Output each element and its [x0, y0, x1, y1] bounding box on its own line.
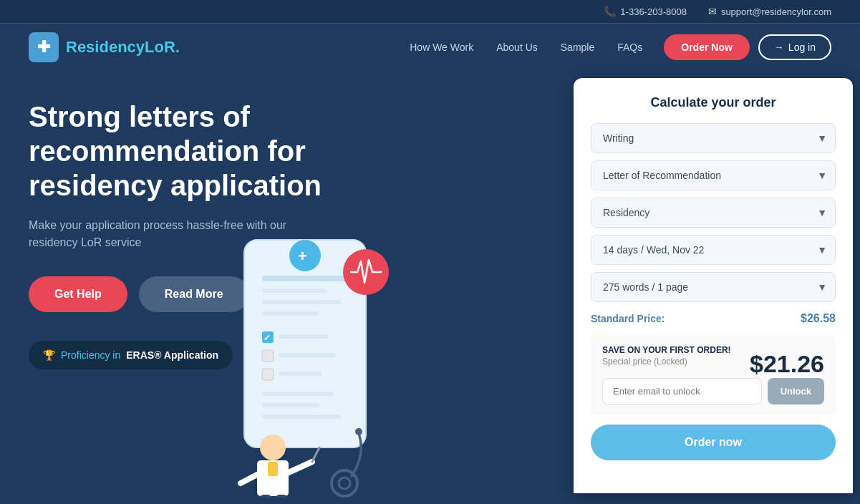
lor-select[interactable]: Letter of Recommendation [591, 160, 836, 190]
standard-price-row: Standard Price: $26.58 [591, 312, 836, 325]
writing-select[interactable]: Writing [591, 123, 836, 153]
email-item: ✉ support@residencylor.com [708, 6, 831, 17]
svg-rect-7 [279, 334, 329, 339]
top-bar: 📞 1-336-203-8008 ✉ support@residencylor.… [0, 0, 860, 24]
calc-panel: Calculate your order Writing ▼ Letter of… [574, 78, 853, 493]
svg-rect-9 [279, 353, 336, 357]
svg-text:✓: ✓ [264, 333, 271, 343]
residency-select[interactable]: Residency [591, 198, 836, 228]
order-now-button[interactable]: Order now [591, 425, 836, 460]
email-unlock-row: Unlock [602, 378, 824, 404]
logo-text-part2: LoR. [145, 38, 180, 56]
logo-icon: ✚ [29, 32, 59, 62]
login-arrow-icon: → [774, 42, 784, 53]
header: ✚ ResidencyLoR. How We Work About Us Sam… [0, 24, 860, 71]
svg-point-18 [260, 435, 286, 460]
deadline-select-wrapper: 14 days / Wed, Nov 22 ▼ [591, 235, 836, 265]
save-box: SAVE ON YOUR FIRST ORDER! Special price … [591, 335, 836, 415]
standard-price-value: $26.58 [801, 312, 836, 325]
lor-select-wrapper: Letter of Recommendation ▼ [591, 160, 836, 190]
save-price: $21.26 [750, 350, 824, 378]
nav-how-we-work[interactable]: How We Work [410, 42, 473, 53]
svg-text:+: + [298, 247, 307, 265]
svg-rect-1 [262, 276, 348, 281]
svg-rect-2 [262, 289, 327, 293]
badge-prefix: Proficiency in [61, 349, 120, 361]
svg-line-22 [312, 447, 319, 462]
svg-line-21 [289, 462, 312, 472]
unlock-button[interactable]: Unlock [768, 378, 824, 404]
svg-rect-12 [262, 392, 334, 396]
illustration: ✓ + [201, 226, 416, 498]
logo-text: ResidencyLoR. [66, 38, 180, 57]
support-email: support@residencylor.com [721, 6, 831, 17]
email-input[interactable] [602, 378, 762, 404]
svg-rect-3 [262, 300, 341, 304]
trophy-icon: 🏆 [43, 349, 55, 361]
svg-rect-14 [262, 415, 341, 419]
logo-text-part1: Residency [66, 38, 145, 56]
residency-select-wrapper: Residency ▼ [591, 198, 836, 228]
svg-rect-25 [268, 462, 278, 476]
phone-icon: 📞 [604, 6, 616, 17]
phone-number: 1-336-203-8008 [620, 6, 687, 17]
nav-sample[interactable]: Sample [561, 42, 594, 53]
deadline-select[interactable]: 14 days / Wed, Nov 22 [591, 235, 836, 265]
get-help-button[interactable]: Get Help [29, 276, 127, 312]
svg-point-28 [355, 428, 362, 435]
words-select[interactable]: 275 words / 1 page [591, 272, 836, 302]
logo: ✚ ResidencyLoR. [29, 32, 180, 62]
email-icon: ✉ [708, 6, 717, 17]
nav-about-us[interactable]: About Us [496, 42, 538, 53]
header-order-button[interactable]: Order Now [664, 34, 750, 60]
phone-item: 📞 1-336-203-8008 [604, 6, 687, 17]
standard-price-label: Standard Price: [591, 313, 665, 324]
svg-rect-4 [262, 311, 319, 316]
main-content: Strong letters of recommendation for res… [0, 71, 860, 498]
words-select-wrapper: 275 words / 1 page ▼ [591, 272, 836, 302]
login-button[interactable]: → Log in [758, 34, 831, 60]
calc-title: Calculate your order [591, 95, 836, 110]
svg-rect-8 [262, 350, 274, 362]
hero-section: Strong letters of recommendation for res… [0, 71, 574, 498]
writing-select-wrapper: Writing ▼ [591, 123, 836, 153]
svg-rect-13 [262, 403, 319, 407]
login-label: Log in [788, 42, 816, 53]
nav: How We Work About Us Sample FAQs [410, 42, 642, 53]
svg-point-27 [339, 478, 350, 489]
svg-line-20 [241, 475, 257, 483]
svg-rect-10 [262, 369, 274, 380]
svg-rect-11 [279, 372, 322, 376]
nav-faqs[interactable]: FAQs [617, 42, 642, 53]
hero-title: Strong letters of recommendation for res… [29, 100, 358, 203]
